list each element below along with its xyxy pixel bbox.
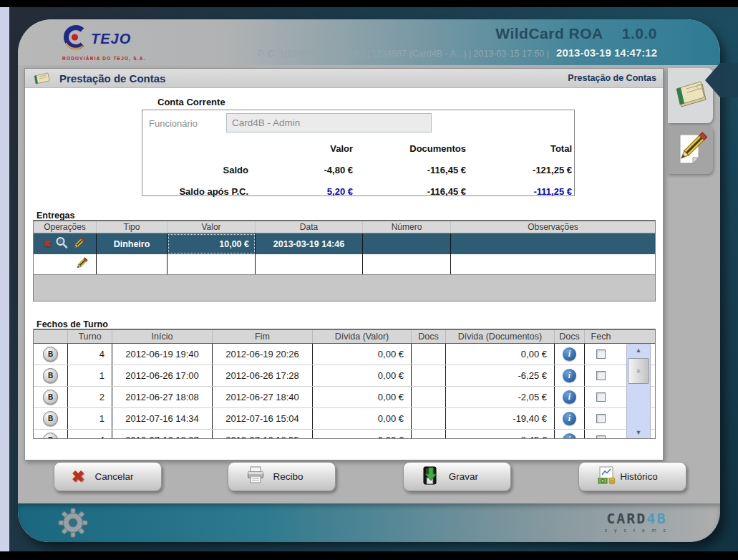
- cancelar-button[interactable]: ✖ Cancelar: [54, 462, 162, 491]
- col-documentos: Documentos: [354, 143, 467, 154]
- saldo-apos-row-label: Saldo após P.C.: [144, 186, 250, 197]
- tab-edicao[interactable]: [668, 125, 713, 174]
- conta-corrente-box: Funcionário Valor Documentos Total Saldo…: [142, 110, 575, 196]
- cancel-icon: ✖: [72, 468, 84, 486]
- fechos-row[interactable]: B 4 2012-07-16 18:37 2012-07-16 18:55 0,…: [34, 430, 655, 439]
- ticket-icon: [32, 71, 51, 88]
- fechos-col-inicio: Início: [112, 330, 213, 343]
- col-valor: Valor: [250, 143, 354, 154]
- conta-corrente-label: Conta Corrente: [157, 97, 225, 107]
- printer-icon: [246, 465, 266, 488]
- scroll-down-icon[interactable]: ▼: [636, 428, 642, 438]
- entregas-valor-cell[interactable]: 10,00 €: [167, 233, 256, 254]
- fechos-col-turno: Turno: [68, 330, 112, 343]
- delete-row-icon[interactable]: ✖: [44, 238, 52, 249]
- fech-checkbox[interactable]: [596, 414, 606, 423]
- fechos-col-fim: Fim: [213, 330, 313, 343]
- saldo-documentos: -116,45 €: [354, 165, 467, 175]
- top-black-bar: [0, 0, 738, 7]
- col-total: Total: [467, 143, 573, 154]
- fech-checkbox[interactable]: [596, 392, 606, 402]
- entregas-table: Operações Tipo Valor Data Número Observa…: [33, 220, 656, 301]
- entregas-selected-row[interactable]: ✖: [34, 233, 655, 254]
- shift-report-button[interactable]: B: [43, 368, 58, 383]
- history-chart-icon: [596, 465, 618, 488]
- funcionario-input[interactable]: [226, 113, 432, 132]
- info-icon[interactable]: i: [563, 347, 576, 361]
- fech-checkbox[interactable]: [596, 435, 606, 439]
- fech-checkbox[interactable]: [596, 371, 606, 380]
- entregas-header: Operações Tipo Valor Data Número Observa…: [34, 221, 655, 233]
- edit-row-icon[interactable]: [72, 236, 86, 252]
- fechos-row[interactable]: B 1 2012-07-16 14:34 2012-07-16 15:04 0,…: [34, 408, 655, 430]
- shift-report-button[interactable]: B: [43, 433, 58, 439]
- shift-report-button[interactable]: B: [43, 411, 58, 426]
- fechos-row[interactable]: B 4 2012-06-19 19:40 2012-06-19 20:26 0,…: [34, 344, 655, 365]
- entregas-col-operacoes: Operações: [34, 221, 97, 233]
- funcionario-label: Funcionário: [149, 118, 198, 129]
- tab-pointer-band: [720, 63, 738, 97]
- window-footer: CARD4B s y s t e m s: [18, 503, 720, 542]
- left-edge-strip: [0, 7, 9, 551]
- shift-report-button[interactable]: B: [43, 347, 58, 362]
- card4b-logo: CARD4B s y s t e m s: [605, 510, 669, 533]
- saldo-grid: Valor Documentos Total Saldo -4,80 € -11…: [144, 137, 573, 202]
- view-row-icon[interactable]: [55, 236, 68, 251]
- bottom-black-bar: [0, 551, 738, 560]
- entregas-col-data: Data: [256, 221, 363, 233]
- saldo-row-label: Saldo: [144, 165, 250, 175]
- fechos-scrollbar[interactable]: ▲ ≡ ▼: [626, 344, 651, 439]
- entregas-col-tipo: Tipo: [97, 221, 167, 233]
- saldo-apos-total: -111,25 €: [467, 186, 573, 197]
- window-header: TEJO RODOVIÁRIA DO TEJO, S.A. WildCard R…: [18, 19, 720, 65]
- save-icon: [421, 465, 440, 488]
- scroll-up-icon[interactable]: ▲: [636, 345, 642, 355]
- fechos-col-fech: Fech: [585, 330, 617, 343]
- info-icon[interactable]: i: [563, 433, 576, 439]
- historico-button[interactable]: Histórico: [578, 462, 686, 491]
- entregas-label: Entregas: [37, 211, 75, 221]
- company-logo: TEJO RODOVIÁRIA DO TEJO, S.A.: [59, 22, 188, 61]
- gravar-label: Gravar: [404, 471, 510, 482]
- saldo-total: -121,25 €: [467, 165, 573, 175]
- scrollbar-thumb[interactable]: ≡: [628, 358, 649, 384]
- info-icon[interactable]: i: [563, 369, 576, 382]
- entregas-new-row[interactable]: [34, 254, 655, 275]
- logo-subtitle: RODOVIÁRIA DO TEJO, S.A.: [62, 56, 188, 61]
- ticket-tab-icon: [672, 79, 709, 112]
- logo-brand-text: TEJO: [91, 31, 131, 47]
- recibo-label: Recibo: [228, 471, 335, 482]
- entregas-col-observacoes: Observações: [451, 221, 655, 233]
- tejo-logo-icon: [59, 22, 89, 55]
- info-icon[interactable]: i: [563, 390, 576, 404]
- entregas-col-numero: Número: [363, 221, 451, 233]
- fechos-table: Turno Início Fim Dívida (Valor) Docs Dív…: [33, 329, 656, 439]
- app-title: WildCard ROA1.0.0: [495, 25, 657, 42]
- saldo-valor: -4,80 €: [250, 165, 354, 175]
- fechos-label: Fechos de Turno: [37, 319, 108, 329]
- saldo-apos-valor: 5,20 €: [250, 186, 354, 197]
- entregas-numero-cell: [363, 233, 451, 254]
- tab-pointer-arrow: [705, 63, 720, 97]
- recibo-button[interactable]: Recibo: [228, 462, 336, 491]
- entregas-col-valor: Valor: [167, 221, 256, 233]
- fech-checkbox[interactable]: [596, 349, 606, 359]
- status-line: P. C. 1(1366) | Tomar(118,) | 1234567 (C…: [258, 49, 549, 59]
- shift-report-button[interactable]: B: [43, 390, 58, 405]
- saldo-apos-documentos: -116,45 €: [354, 186, 467, 197]
- info-icon[interactable]: i: [563, 412, 576, 425]
- add-edit-row-icon[interactable]: [75, 256, 89, 272]
- fechos-header: Turno Início Fim Dívida (Valor) Docs Dív…: [34, 330, 655, 344]
- entregas-data-cell: 2013-03-19 14:46: [256, 233, 363, 254]
- fechos-col-docs: Docs: [412, 330, 446, 343]
- prestacao-panel: Prestação de Contas Prestação de Contas …: [24, 68, 664, 460]
- fechos-col-divida-valor: Dívida (Valor): [313, 330, 412, 343]
- page-title-right: Prestação de Contas: [568, 73, 656, 83]
- page-title: Prestação de Contas: [59, 72, 165, 85]
- status-clock: 2013-03-19 14:47:12: [556, 47, 657, 59]
- fechos-row[interactable]: B 1 2012-06-26 17:00 2012-06-26 17:28 0,…: [34, 365, 655, 387]
- settings-gear-icon[interactable]: [57, 507, 89, 541]
- gravar-button[interactable]: Gravar: [403, 462, 511, 491]
- panel-titlebar: Prestação de Contas Prestação de Contas: [25, 69, 663, 88]
- fechos-row[interactable]: B 2 2012-06-27 18:08 2012-06-27 18:40 0,…: [34, 387, 655, 408]
